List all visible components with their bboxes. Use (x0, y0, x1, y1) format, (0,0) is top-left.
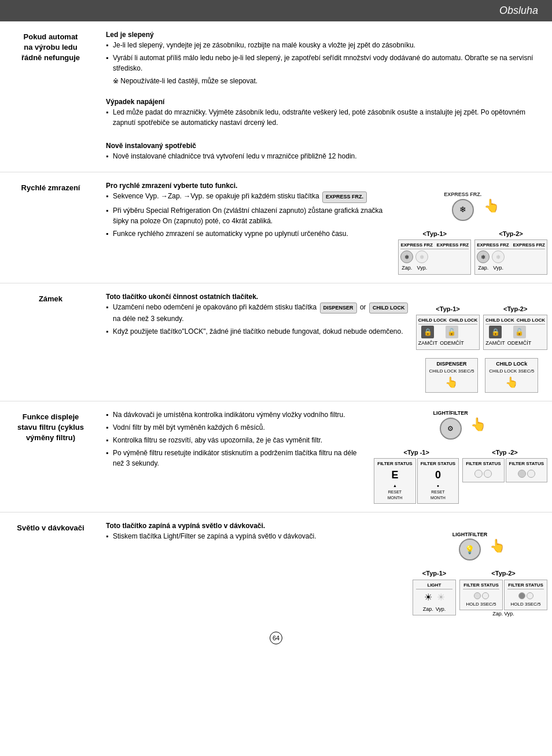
snowflake-icon: ❄ (459, 204, 466, 216)
subsection-heading-vypadek: Výpadek napájení (106, 98, 164, 106)
svetlo-typ2-header1: FILTER STATUS (463, 582, 499, 589)
qf-typ2-snowflake-off: ❄ (492, 250, 505, 263)
filter-btn-circle: ⚙ (440, 418, 462, 440)
dispenser-btn-label: DISPENSER (320, 303, 357, 314)
qf-typ1-diagram: EXPRESS FRZ EXPRESS FRZ ❄ Zap. ❄ (398, 239, 471, 275)
zamek-typ2-lock: 🔒 ZAMČIT (485, 326, 505, 348)
qf-typ1-header: EXPRESS FRZ EXPRESS FRZ (400, 242, 469, 249)
zamek-item-2: Když použijete tlačítko"LOCK", žádné jin… (106, 326, 411, 337)
filter-typ1-box1: FILTER STATUS E ▲RESETMONTH (374, 458, 415, 504)
filter-list: Na dávkovači je umístěna kontrolka indik… (106, 410, 369, 469)
section-filter: Funkce displejestavu filtru (cyklusvýměn… (0, 401, 552, 512)
zamek-typ1-lock: 🔒 ZAMČIT (418, 326, 438, 348)
qf-typ2: <Typ-2> EXPRESS FRZ EXPRESS FRZ ❄ Zap. (474, 229, 547, 275)
qf-heading: Pro rychlé zmrazení vyberte tuto funkci. (106, 182, 237, 190)
svetlo-typ2-sub1: HOLD 3SEC/5 (463, 601, 499, 608)
filter-btn-col: LIGHT/FILTER ⚙ (433, 410, 468, 440)
qf-button-press: EXPRESS FRZ. ❄ 👆 (444, 191, 502, 221)
section-svetlo-title: Světlo v dávkovači (0, 518, 101, 621)
qf-typ1-off: ❄ Vyp. (415, 250, 428, 272)
qf-text: Sekvence Vyp. →Zap. →Vyp. se opakuje při… (106, 191, 393, 241)
svetlo-typ2-sub2: HOLD 3SEC/5 (507, 601, 544, 608)
section-ice-title: Pokud automatna výrobu leduřádně nefungu… (0, 27, 101, 166)
section-svetlo: Světlo v dávkovači Toto tlačítko zapíná … (0, 512, 552, 626)
qf-typ2-snowflake-on: ❄ (477, 250, 490, 263)
dispenser-box: DISPENSER CHILD LOCK 3SEC/5 👆 (425, 358, 479, 393)
light-circle1 (474, 592, 481, 599)
zamek-typ2-lock-icon: 🔒 (489, 326, 502, 338)
zamek-typ2-unlock: 🔓 ODEMČÍT (507, 326, 532, 348)
svetlo-typ2-box2: FILTER STATUS HOLD 3SEC/5 (504, 580, 547, 610)
svetlo-typ2-vyp: Vyp. (504, 610, 514, 618)
filter-icon: ⚙ (447, 423, 454, 434)
section-zamek-body: Toto tlačítko ukončí činnost ostatních t… (101, 289, 552, 396)
zamek-typ1-odemcit: ODEMČÍT (440, 340, 464, 348)
svetlo-typ1-vyp: Vyp. (436, 606, 446, 614)
sun-off-icon: ☀ (437, 591, 445, 604)
qf-btn-col: EXPRESS FRZ. ❄ (444, 191, 481, 221)
filter-typ2-circles1 (466, 467, 501, 480)
section-quick-freeze: Rychlé zmrazení Pro rychlé zmrazení vybe… (0, 172, 552, 283)
subsection-heading-led: Led je slepený (106, 31, 154, 39)
light-bulb-icon: 💡 (465, 544, 474, 556)
qf-typ1: <Typ-1> EXPRESS FRZ EXPRESS FRZ ❄ Zap. (398, 229, 471, 275)
zamek-typ1-icons: 🔒 ZAMČIT 🔓 ODEMČÍT (418, 326, 478, 348)
filter-typ2-label: <Typ -2> (492, 448, 517, 458)
filter-item-4: Po výměně filtru resetujte indikátor sti… (106, 448, 369, 469)
qf-typ-row: <Typ-1> EXPRESS FRZ EXPRESS FRZ ❄ Zap. (398, 229, 547, 275)
zamek-list: Uzamčení nebo odemčení je opakováno při … (106, 302, 411, 337)
childlock-btn-label: CHILD LOCK (369, 303, 409, 314)
zamek-typ2-child-lock-2: CHILD LOCK (517, 317, 545, 324)
svetlo-list: Stiskem tlačítka Light/Filter se zapíná … (106, 531, 408, 541)
filter-typ1: <Typ -1> FILTER STATUS E ▲RESETMONTH FIL… (374, 448, 459, 504)
section-svetlo-body: Toto tlačítko zapíná a vypíná světlo v d… (101, 518, 552, 621)
filter-status-typ2-label2: FILTER STATUS (509, 460, 544, 467)
zamek-typ2-icons: 🔒 ZAMČIT 🔓 ODEMČÍT (485, 326, 545, 348)
vypadek-item-1: Led může padat do mrazničky. Vyjměte zás… (106, 107, 547, 128)
filter-circle4 (527, 470, 535, 478)
led-note: Nepoužíváte-li led častěji, může se slep… (106, 76, 547, 86)
qf-btn-circle: ❄ (452, 199, 474, 221)
main-content: Pokud automatna výrobu leduřádně nefungu… (0, 21, 552, 650)
light-circle3 (518, 592, 525, 599)
filter-circle3 (518, 470, 526, 478)
zamek-typ2: <Typ-2> CHILD LOCK CHILD LOCK 🔒 (483, 304, 547, 350)
svetlo-typ1-zap: Zap. (423, 606, 433, 614)
svetlo-btn-circle: 💡 (459, 539, 481, 560)
qf-item-2: Při výběru Special Refrigeration On (zvl… (106, 205, 393, 226)
qf-typ1-label: <Typ-1> (423, 229, 447, 239)
filter-typ1-label: <Typ -1> (403, 448, 429, 458)
svetlo-typ1-on: ☀ Zap. (423, 591, 433, 614)
zamek-typ-row: <Typ-1> CHILD LOCK CHILD LOCK 🔒 (416, 304, 547, 350)
qf-typ2-header: EXPRESS FRZ EXPRESS FRZ (477, 242, 545, 249)
vypadek-list: Led může padat do mrazničky. Vyjměte zás… (106, 107, 547, 128)
svetlo-typ1-icons: ☀ Zap. ☀ Vyp. (416, 591, 452, 614)
filter-circle2 (484, 470, 492, 478)
svetlo-typ2-box1: FILTER STATUS HOLD 3SEC/5 (459, 580, 503, 610)
nove-list: Nově instalované chladničce trvá vytvoře… (106, 151, 547, 161)
filter-circle1 (474, 470, 483, 478)
zamek-typ1-header: CHILD LOCK CHILD LOCK (418, 317, 478, 324)
zamek-typ2-odemcit: ODEMČÍT (507, 340, 532, 348)
filter-typ1-box2: FILTER STATUS 0 ●RESETMONTH (417, 458, 459, 504)
light-filter-btn-label: LIGHT/FILTER (433, 410, 468, 418)
filter-item-3: Kontrolka filtru se rozsvítí, aby vás up… (106, 435, 369, 445)
page-number-area: 64 (0, 626, 552, 650)
zamek-typ1-lock-icon: 🔒 (421, 326, 434, 338)
qf-typ2-off: ❄ Vyp. (492, 250, 505, 272)
qf-typ2-zap: Zap. (478, 264, 488, 272)
svetlo-typ1-header: LIGHT (416, 582, 452, 589)
zamek-typ2-zamcit: ZAMČIT (485, 340, 505, 348)
light-circle2 (482, 592, 489, 599)
qf-item-1: Sekvence Vyp. →Zap. →Vyp. se opakuje při… (106, 191, 393, 203)
filter-typ2-box2: FILTER STATUS (506, 458, 547, 482)
zamek-typ2-unlock-icon: 🔓 (513, 326, 526, 338)
header-title: Obsluha (499, 5, 538, 16)
svetlo-btn-col: LIGHT/FILTER 💡 (452, 531, 487, 561)
page-header: Obsluha (0, 0, 552, 21)
filter-typ2-circles2 (509, 467, 544, 480)
light-circle4 (527, 592, 533, 599)
filter-typ2: <Typ -2> FILTER STATUS (462, 448, 547, 504)
filter-content-diagram: Na dávkovači je umístěna kontrolka indik… (106, 410, 547, 504)
svetlo-typ2-zap: Zap. (492, 610, 503, 618)
